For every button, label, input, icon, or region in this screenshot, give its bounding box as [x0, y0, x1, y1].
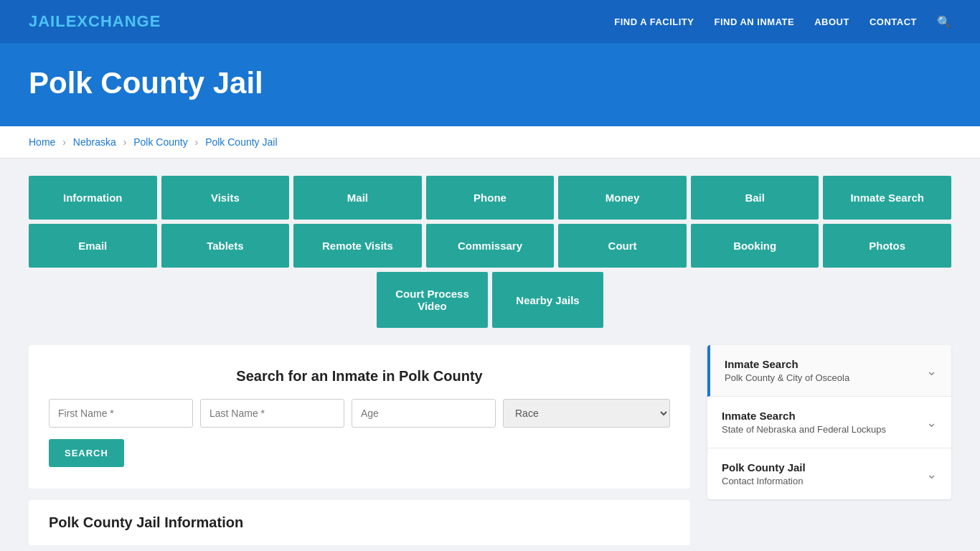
sidebar-item-inmate-search-polk[interactable]: Inmate Search Polk County & City of Osce… — [707, 345, 951, 397]
sidebar-item-contact-info[interactable]: Polk County Jail Contact Information ⌄ — [707, 448, 951, 499]
info-section: Polk County Jail Information — [29, 500, 690, 545]
search-fields: Race White Black Hispanic Asian Other — [49, 399, 670, 428]
search-panel: Search for an Inmate in Polk County Race… — [29, 345, 690, 489]
breadcrumb-sep1: › — [62, 136, 66, 148]
age-input[interactable] — [352, 399, 496, 428]
breadcrumb: Home › Nebraska › Polk County › Polk Cou… — [0, 126, 980, 159]
main-content: Information Visits Mail Phone Money Bail… — [0, 159, 980, 551]
chevron-down-icon-2: ⌄ — [926, 415, 937, 430]
btn-inmate-search[interactable]: Inmate Search — [823, 176, 951, 220]
sidebar-card: Inmate Search Polk County & City of Osce… — [707, 345, 951, 499]
info-title: Polk County Jail Information — [49, 514, 670, 531]
sidebar-item-subtitle-3: Contact Information — [722, 476, 806, 486]
race-select[interactable]: Race White Black Hispanic Asian Other — [503, 399, 670, 428]
sidebar-item-text-1: Inmate Search Polk County & City of Osce… — [725, 358, 849, 383]
chevron-down-icon-3: ⌄ — [926, 466, 937, 482]
logo-part1: JAIL — [29, 12, 66, 30]
btn-mail[interactable]: Mail — [293, 176, 422, 220]
button-grid-row3: Court Process Video Nearby Jails — [29, 272, 951, 328]
btn-court-process-video[interactable]: Court Process Video — [377, 272, 488, 328]
breadcrumb-sep2: › — [123, 136, 127, 148]
sidebar-item-title-2: Inmate Search — [722, 410, 886, 422]
hero-section: Polk County Jail — [0, 43, 980, 126]
header: JAILEXCHANGE FIND A FACILITY FIND AN INM… — [0, 0, 980, 43]
chevron-down-icon-1: ⌄ — [926, 363, 937, 379]
sidebar-item-text-2: Inmate Search State of Nebraska and Fede… — [722, 410, 886, 435]
btn-email[interactable]: Email — [29, 224, 157, 268]
btn-information[interactable]: Information — [29, 176, 157, 220]
logo-part2: EXCHANGE — [66, 12, 161, 30]
btn-photos[interactable]: Photos — [823, 224, 951, 268]
sidebar-item-subtitle-2: State of Nebraska and Federal Lockups — [722, 424, 886, 435]
nav-contact[interactable]: CONTACT — [870, 17, 917, 27]
btn-money[interactable]: Money — [558, 176, 687, 220]
nav-about[interactable]: ABOUT — [814, 17, 849, 27]
btn-remote-visits[interactable]: Remote Visits — [293, 224, 422, 268]
sidebar-item-inmate-search-state[interactable]: Inmate Search State of Nebraska and Fede… — [707, 397, 951, 448]
btn-phone[interactable]: Phone — [426, 176, 555, 220]
btn-visits[interactable]: Visits — [161, 176, 290, 220]
nav-find-inmate[interactable]: FIND AN INMATE — [714, 17, 794, 27]
last-name-input[interactable] — [200, 399, 344, 428]
sidebar-item-subtitle-1: Polk County & City of Osceola — [725, 372, 849, 383]
btn-bail[interactable]: Bail — [691, 176, 819, 220]
search-title: Search for an Inmate in Polk County — [49, 368, 670, 385]
sidebar-item-text-3: Polk County Jail Contact Information — [722, 461, 806, 486]
button-grid-row1: Information Visits Mail Phone Money Bail… — [29, 176, 951, 220]
sidebar-item-title-1: Inmate Search — [725, 358, 849, 370]
logo[interactable]: JAILEXCHANGE — [29, 12, 161, 31]
nav-find-facility[interactable]: FIND A FACILITY — [614, 17, 694, 27]
breadcrumb-nebraska[interactable]: Nebraska — [73, 136, 116, 148]
breadcrumb-home[interactable]: Home — [29, 136, 55, 148]
main-nav: FIND A FACILITY FIND AN INMATE ABOUT CON… — [614, 15, 951, 29]
button-grid-row2: Email Tablets Remote Visits Commissary C… — [29, 224, 951, 268]
btn-court[interactable]: Court — [558, 224, 687, 268]
breadcrumb-sep3: › — [195, 136, 199, 148]
btn-commissary[interactable]: Commissary — [426, 224, 555, 268]
search-icon[interactable]: 🔍 — [937, 15, 951, 29]
breadcrumb-polk-county-jail[interactable]: Polk County Jail — [205, 136, 277, 148]
first-name-input[interactable] — [49, 399, 193, 428]
btn-booking[interactable]: Booking — [691, 224, 819, 268]
sidebar-item-title-3: Polk County Jail — [722, 461, 806, 474]
content-row: Search for an Inmate in Polk County Race… — [29, 345, 951, 545]
search-button[interactable]: SEARCH — [49, 439, 124, 467]
breadcrumb-polk-county[interactable]: Polk County — [133, 136, 187, 148]
btn-nearby-jails[interactable]: Nearby Jails — [492, 272, 603, 328]
btn-tablets[interactable]: Tablets — [161, 224, 290, 268]
sidebar: Inmate Search Polk County & City of Osce… — [707, 345, 951, 499]
page-title: Polk County Jail — [29, 66, 951, 100]
